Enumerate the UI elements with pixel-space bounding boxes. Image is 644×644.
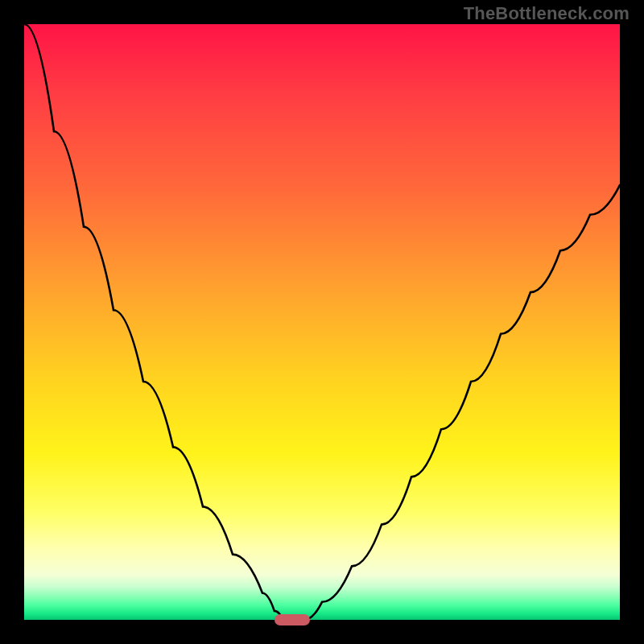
bottleneck-marker (275, 614, 310, 625)
curve-left (24, 24, 283, 620)
curve-right (304, 185, 620, 620)
watermark-text: TheBottleneck.com (464, 3, 630, 24)
curve-overlay (24, 24, 620, 620)
chart-frame: TheBottleneck.com (0, 0, 644, 644)
